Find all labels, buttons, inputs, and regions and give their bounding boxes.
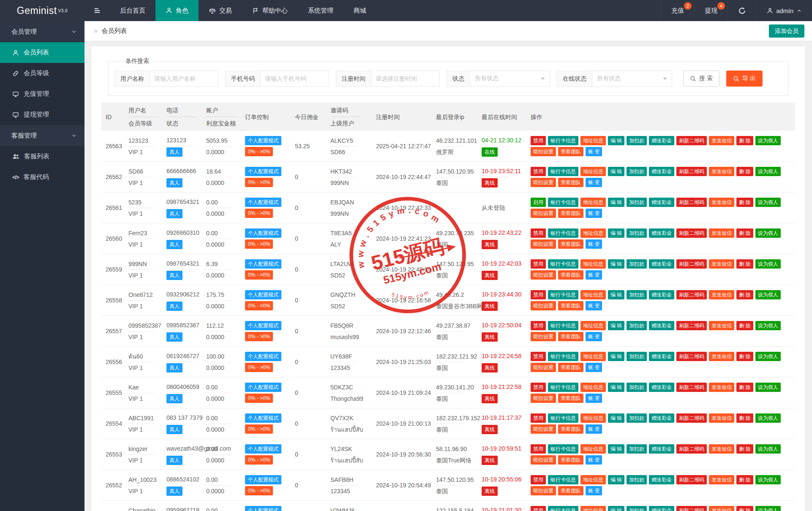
delete-button[interactable]: 删 除 bbox=[736, 290, 753, 299]
send-sms-button[interactable]: 发送短信 bbox=[709, 444, 734, 454]
refresh-qrcode-button[interactable]: 刷新二维码 bbox=[676, 506, 707, 511]
refresh-qrcode-button[interactable]: 刷新二维码 bbox=[676, 413, 707, 423]
disable-user-button[interactable]: 禁用 bbox=[531, 290, 546, 299]
account-change-button[interactable]: 账 变 bbox=[586, 363, 602, 372]
bank-card-info-button[interactable]: 银行卡信息 bbox=[548, 290, 578, 299]
order-percent-badge[interactable]: 0% - >0% bbox=[245, 178, 273, 187]
refresh-qrcode-button[interactable]: 刷新二维码 bbox=[676, 475, 707, 484]
delete-button[interactable]: 删 除 bbox=[736, 444, 753, 454]
refresh-qrcode-button[interactable]: 刷新二维码 bbox=[676, 383, 707, 392]
set-fake-user-button[interactable]: 设为假人 bbox=[755, 383, 781, 392]
view-team-button[interactable]: 查看团队 bbox=[558, 147, 583, 156]
account-change-button[interactable]: 账 变 bbox=[586, 270, 602, 280]
gift-bonus-button[interactable]: 赠送彩金 bbox=[649, 290, 674, 299]
order-percent-badge[interactable]: 0% - >0% bbox=[245, 486, 273, 495]
view-team-button[interactable]: 查看团队 bbox=[558, 270, 583, 280]
refresh-qrcode-button[interactable]: 刷新二维码 bbox=[676, 352, 707, 361]
sidebar-item-withdraw-manage[interactable]: 提现管理 bbox=[0, 104, 84, 125]
edit-button[interactable]: 编 辑 bbox=[608, 475, 624, 484]
edit-button[interactable]: 编 辑 bbox=[608, 352, 624, 361]
view-team-button[interactable]: 查看团队 bbox=[558, 301, 583, 310]
bank-card-info-button[interactable]: 银行卡信息 bbox=[548, 475, 578, 484]
view-team-button[interactable]: 查看团队 bbox=[558, 178, 583, 187]
refresh-qrcode-button[interactable]: 刷新二维码 bbox=[676, 290, 707, 299]
bank-card-info-button[interactable]: 银行卡信息 bbox=[548, 506, 578, 511]
order-mode-badge[interactable]: 个人配置模式 bbox=[245, 383, 281, 392]
edit-button[interactable]: 编 辑 bbox=[608, 321, 624, 330]
view-team-button[interactable]: 查看团队 bbox=[558, 332, 583, 341]
view-team-button[interactable]: 查看团队 bbox=[558, 486, 583, 495]
delete-button[interactable]: 删 除 bbox=[736, 321, 753, 330]
add-deduction-button[interactable]: 加扣款 bbox=[627, 136, 647, 145]
refresh-button[interactable] bbox=[728, 0, 756, 21]
disable-user-button[interactable]: 禁用 bbox=[531, 352, 546, 361]
sidebar-item-service-code[interactable]: </> 客服代码 bbox=[0, 167, 84, 188]
set-fake-user-button[interactable]: 设为假人 bbox=[755, 198, 781, 207]
nav-role[interactable]: 角色 bbox=[155, 0, 199, 21]
online-status-select[interactable]: 所有状态 bbox=[592, 71, 672, 87]
account-change-button[interactable]: 账 变 bbox=[586, 394, 602, 403]
delete-button[interactable]: 删 除 bbox=[736, 506, 753, 511]
add-deduction-button[interactable]: 加扣款 bbox=[627, 475, 647, 484]
view-team-button[interactable]: 查看团队 bbox=[558, 394, 583, 403]
username-input[interactable] bbox=[150, 71, 218, 87]
address-info-button[interactable]: 地址信息 bbox=[580, 444, 606, 454]
account-change-button[interactable]: 账 变 bbox=[586, 239, 602, 249]
order-percent-badge[interactable]: 0% - >0% bbox=[245, 332, 273, 341]
send-sms-button[interactable]: 发送短信 bbox=[709, 475, 734, 484]
gift-bonus-button[interactable]: 赠送彩金 bbox=[649, 413, 674, 423]
gift-bonus-button[interactable]: 赠送彩金 bbox=[649, 383, 674, 392]
send-sms-button[interactable]: 发送短信 bbox=[709, 413, 734, 423]
send-sms-button[interactable]: 发送短信 bbox=[709, 352, 734, 361]
address-info-button[interactable]: 地址信息 bbox=[580, 383, 606, 392]
set-fake-user-button[interactable]: 设为假人 bbox=[755, 228, 781, 238]
address-info-button[interactable]: 地址信息 bbox=[580, 259, 606, 269]
address-info-button[interactable]: 地址信息 bbox=[580, 506, 606, 511]
edit-button[interactable]: 编 辑 bbox=[608, 413, 624, 423]
gift-bonus-button[interactable]: 赠送彩金 bbox=[649, 198, 674, 207]
gift-bonus-button[interactable]: 赠送彩金 bbox=[649, 167, 674, 176]
set-fake-user-button[interactable]: 设为假人 bbox=[755, 290, 781, 299]
edit-button[interactable]: 编 辑 bbox=[608, 198, 624, 207]
account-change-button[interactable]: 账 变 bbox=[586, 455, 602, 465]
disable-user-button[interactable]: 禁用 bbox=[531, 444, 546, 454]
account-change-button[interactable]: 账 变 bbox=[586, 147, 602, 156]
order-percent-badge[interactable]: 0% - >0% bbox=[245, 209, 273, 218]
gift-bonus-button[interactable]: 赠送彩金 bbox=[649, 259, 674, 269]
phone-input[interactable] bbox=[260, 71, 329, 87]
nav-mall[interactable]: 商城 bbox=[343, 0, 376, 21]
order-mode-badge[interactable]: 个人配置模式 bbox=[245, 228, 281, 238]
set-fake-user-button[interactable]: 设为假人 bbox=[755, 444, 781, 454]
order-mode-badge[interactable]: 个人配置模式 bbox=[245, 352, 281, 361]
search-button[interactable]: 搜 索 bbox=[683, 71, 719, 87]
add-deduction-button[interactable]: 加扣款 bbox=[627, 444, 647, 454]
register-time-input[interactable] bbox=[371, 71, 440, 87]
refresh-qrcode-button[interactable]: 刷新二维码 bbox=[676, 321, 707, 330]
hidden-deduction-settings-button[interactable]: 暗扣设置 bbox=[531, 486, 556, 495]
edit-button[interactable]: 编 辑 bbox=[608, 383, 624, 392]
order-percent-badge[interactable]: 0% - >0% bbox=[245, 424, 273, 434]
send-sms-button[interactable]: 发送短信 bbox=[709, 259, 734, 269]
edit-button[interactable]: 编 辑 bbox=[608, 228, 624, 238]
sidebar-toggle-button[interactable] bbox=[84, 0, 110, 21]
disable-user-button[interactable]: 禁用 bbox=[531, 136, 546, 145]
delete-button[interactable]: 删 除 bbox=[736, 228, 753, 238]
order-percent-badge[interactable]: 0% - >0% bbox=[245, 301, 273, 310]
address-info-button[interactable]: 地址信息 bbox=[580, 475, 606, 484]
address-info-button[interactable]: 地址信息 bbox=[580, 413, 606, 423]
address-info-button[interactable]: 地址信息 bbox=[580, 228, 606, 238]
bank-card-info-button[interactable]: 银行卡信息 bbox=[548, 383, 578, 392]
send-sms-button[interactable]: 发送短信 bbox=[709, 383, 734, 392]
order-percent-badge[interactable]: 0% - >0% bbox=[245, 363, 273, 372]
hidden-deduction-settings-button[interactable]: 暗扣设置 bbox=[531, 363, 556, 372]
send-sms-button[interactable]: 发送短信 bbox=[709, 167, 734, 176]
bank-card-info-button[interactable]: 银行卡信息 bbox=[548, 136, 578, 145]
order-percent-badge[interactable]: 0% - >0% bbox=[245, 394, 273, 403]
edit-button[interactable]: 编 辑 bbox=[608, 259, 624, 269]
send-sms-button[interactable]: 发送短信 bbox=[709, 228, 734, 238]
bank-card-info-button[interactable]: 银行卡信息 bbox=[548, 352, 578, 361]
delete-button[interactable]: 删 除 bbox=[736, 383, 753, 392]
address-info-button[interactable]: 地址信息 bbox=[580, 198, 606, 207]
order-percent-badge[interactable]: 0% - >0% bbox=[245, 239, 273, 249]
send-sms-button[interactable]: 发送短信 bbox=[709, 198, 734, 207]
